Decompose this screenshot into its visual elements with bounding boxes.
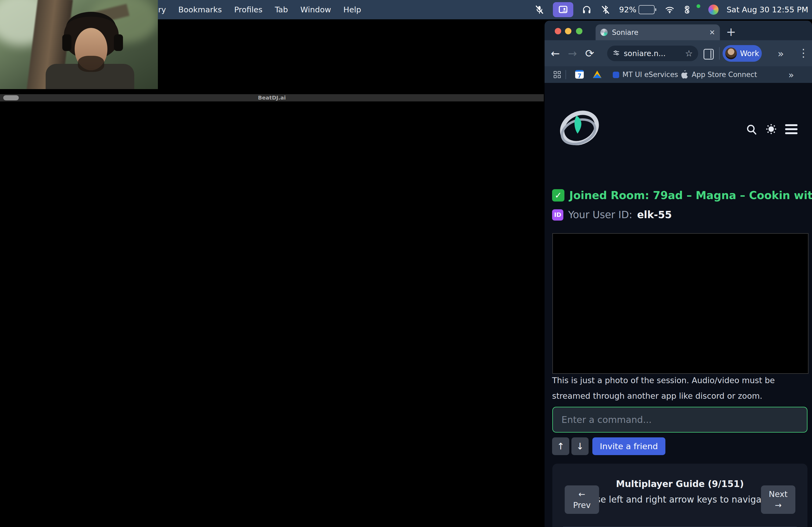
bookmarks-overflow-chevrons[interactable]: » xyxy=(788,70,794,80)
theme-brightness-icon[interactable] xyxy=(765,123,777,136)
participant-strip xyxy=(0,407,544,466)
prev-button[interactable]: ← Prev xyxy=(565,485,599,514)
photo-caption: This is just a photo of the session. Aud… xyxy=(552,373,802,404)
beatdj-session-view xyxy=(0,102,544,403)
status-green-dot xyxy=(697,4,700,8)
bookmarks-bar: 7 MT UI eServices App Store Connect » xyxy=(545,66,812,83)
tab-title: Soniare xyxy=(612,28,705,36)
joined-room-text: Joined Room: 79ad – Magna – Cookin with … xyxy=(569,189,812,201)
menu-items: ry Bookmarks Profiles Tab Window Help xyxy=(158,0,361,19)
bookmark-favicon-blue xyxy=(613,72,619,78)
tab-groups-icon[interactable] xyxy=(554,71,561,78)
back-button[interactable]: ← xyxy=(547,47,564,60)
left-arrow-icon: ← xyxy=(578,490,585,499)
window-title: BeatDJ.ai xyxy=(0,94,544,102)
user-id-row: ID Your User ID: elk-55 xyxy=(552,209,672,221)
toolbar-divider xyxy=(719,47,720,60)
user-id-value: elk-55 xyxy=(637,209,672,221)
toolbar-overflow-chevrons[interactable]: » xyxy=(778,48,784,60)
drive-bookmark-icon[interactable] xyxy=(593,71,601,78)
siri-icon[interactable] xyxy=(708,4,719,15)
webcam-video xyxy=(0,0,158,89)
soniare-logo xyxy=(555,107,604,152)
control-center-icon[interactable] xyxy=(683,4,694,15)
next-button[interactable]: Next → xyxy=(761,485,795,514)
battery-percent: 92% xyxy=(619,5,636,14)
screen: ry Bookmarks Profiles Tab Window Help 92… xyxy=(0,0,812,527)
new-tab-button[interactable]: + xyxy=(726,25,736,39)
check-icon: ✓ xyxy=(552,189,564,201)
multiplayer-guide-card: Multiplayer Guide (9/151) Use left and r… xyxy=(552,464,808,527)
screen-sharing-icon[interactable] xyxy=(553,2,573,17)
menu-item-bookmarks[interactable]: Bookmarks xyxy=(178,5,222,14)
profile-chip[interactable]: Work xyxy=(723,45,762,62)
site-favicon xyxy=(600,29,608,36)
browser-menu-icon[interactable]: ⋮ xyxy=(798,47,809,59)
wifi-icon[interactable] xyxy=(664,4,675,15)
guide-subtitle: Use left and right arrow keys to navigat… xyxy=(587,493,772,506)
menu-item-window[interactable]: Window xyxy=(301,5,331,14)
reload-button[interactable]: ⟳ xyxy=(581,47,598,60)
session-photo xyxy=(552,233,809,374)
timeline-panel xyxy=(286,102,544,391)
user-id-label: Your User ID: xyxy=(568,209,632,221)
invite-friend-button[interactable]: Invite a friend xyxy=(592,437,665,455)
bookmark-app-store-connect[interactable]: App Store Connect xyxy=(692,71,757,79)
close-window-button[interactable] xyxy=(555,28,561,34)
right-arrow-icon: → xyxy=(775,500,781,510)
session-photo-thumbnail xyxy=(552,233,809,374)
history-down-button[interactable]: ↓ xyxy=(571,437,589,455)
bookmark-mt-ui-eservices[interactable]: MT UI eServices xyxy=(622,71,678,79)
address-bar[interactable]: soniare.n... ☆ xyxy=(607,46,698,61)
headphone-cup-left xyxy=(62,34,71,51)
command-input[interactable]: Enter a command... xyxy=(552,407,808,433)
zoom-window-button[interactable] xyxy=(576,28,582,34)
hamburger-menu-icon[interactable] xyxy=(785,124,798,134)
calendar-bookmark-icon[interactable]: 7 xyxy=(575,70,584,79)
menu-item-tab[interactable]: Tab xyxy=(275,5,288,14)
apple-icon xyxy=(680,70,688,79)
search-icon[interactable] xyxy=(745,123,757,136)
headphones-band xyxy=(66,12,116,44)
history-up-button[interactable]: ↑ xyxy=(552,437,569,455)
menu-item-help[interactable]: Help xyxy=(344,5,361,14)
forward-button[interactable]: → xyxy=(564,47,581,60)
profile-name: Work xyxy=(740,49,759,58)
bluetooth-off-icon[interactable] xyxy=(600,4,611,15)
side-panel-icon[interactable] xyxy=(704,49,714,60)
battery-icon xyxy=(639,5,655,14)
browser-toolbar: ← → ⟳ soniare.n... ☆ Work » ⋮ xyxy=(545,40,812,66)
profile-avatar xyxy=(725,47,737,59)
bookmark-star-icon[interactable]: ☆ xyxy=(685,48,693,59)
soniare-page: ✓ Joined Room: 79ad – Magna – Cookin wit… xyxy=(545,83,812,527)
menu-bar-status: 92% Sat Aug 30 12:55 PM xyxy=(534,0,808,19)
battery-indicator[interactable]: 92% xyxy=(619,5,656,14)
browser-window: Soniare ✕ + ← → ⟳ soniare.n... ☆ Work » xyxy=(545,21,812,527)
minimize-window-button[interactable] xyxy=(565,28,571,34)
url-text: soniare.n... xyxy=(624,49,681,58)
browser-tab-strip: Soniare ✕ + xyxy=(545,21,812,40)
menu-item-profiles[interactable]: Profiles xyxy=(234,5,262,14)
menu-bar-clock[interactable]: Sat Aug 30 12:55 PM xyxy=(727,5,808,14)
joined-room-row: ✓ Joined Room: 79ad – Magna – Cookin wit… xyxy=(552,189,812,201)
headphones-icon[interactable] xyxy=(581,4,592,15)
tab-close-icon[interactable]: ✕ xyxy=(709,28,715,36)
presenter-beard xyxy=(78,56,104,72)
mic-muted-icon[interactable] xyxy=(534,4,545,15)
headphone-cup-right xyxy=(114,34,123,51)
browser-tab[interactable]: Soniare ✕ xyxy=(596,25,720,40)
menu-item-history[interactable]: ry xyxy=(158,5,166,14)
timeline-ruler xyxy=(286,103,544,110)
command-placeholder: Enter a command... xyxy=(562,414,652,425)
site-settings-icon[interactable] xyxy=(612,49,620,58)
bookmarks-divider xyxy=(566,70,566,79)
beatdj-title-bar[interactable]: BeatDJ.ai xyxy=(0,94,544,102)
id-badge-icon: ID xyxy=(552,209,563,221)
